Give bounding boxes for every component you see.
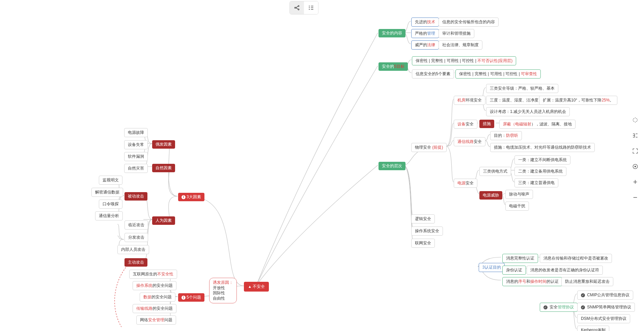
leaf-insider-attack[interactable]: 内部人员攻击 — [117, 245, 149, 254]
node-machine-room[interactable]: 机房环境安全 — [454, 96, 485, 105]
node-five-problems[interactable]: i5个问题 — [178, 293, 204, 302]
node-auth-goals[interactable]: 3认证目的 — [479, 263, 505, 272]
leaf-auth-identity-r[interactable]: 消息的收发者是否有正确的身份认证符 — [527, 266, 603, 275]
zoom-out-button[interactable]: − — [630, 192, 641, 203]
leaf-device-measures[interactable]: 措施 — [479, 120, 494, 128]
node-power-security[interactable]: 电源安全 — [454, 179, 477, 188]
leaf-auth-seq-r[interactable]: 防止消息重放和延迟攻击 — [561, 277, 613, 286]
leaf-strict-law[interactable]: 威严的法律 — [411, 40, 439, 50]
leaf-natural-disaster[interactable]: 自然灾害 — [124, 164, 148, 173]
leaf-law-detail[interactable]: 社会法律、规章制度 — [439, 40, 482, 50]
center-view-icon[interactable] — [630, 161, 641, 172]
leaf-room-level[interactable]: 三类安全等级：严格、较严格、基本 — [486, 84, 558, 93]
leaf-protocol-kerberos[interactable]: Kerberos体制 — [577, 326, 609, 331]
fit-screen-icon[interactable] — [630, 146, 641, 156]
leaf-threat-1[interactable]: 脉动与噪声 — [505, 190, 533, 199]
center-node-insecure[interactable]: ▲不安全 — [244, 282, 269, 292]
leaf-os-security[interactable]: 操作系统安全 — [411, 227, 443, 236]
check-icon: ✓ — [543, 305, 548, 309]
node-three-factors[interactable]: i3大因素 — [178, 193, 204, 201]
leaf-power-failure[interactable]: 电源故障 — [124, 128, 148, 137]
leaf-tech-detail[interactable]: 信息的安全传输所包含的内容 — [439, 18, 499, 27]
leaf-goals-line1[interactable]: 保密性 | 完整性 | 可用性 | 可控性 | 不可否认性(应用层) — [412, 56, 516, 65]
leaf-power-w1[interactable]: 一类：建立不间断供电系统 — [514, 155, 570, 164]
svg-point-0 — [295, 7, 296, 8]
leaf-strict-mgmt[interactable]: 严格的管理 — [411, 29, 439, 38]
leaf-three-power-ways[interactable]: 三类供电方式 — [479, 167, 511, 176]
leaf-advanced-tech[interactable]: 先进的技术 — [411, 18, 439, 27]
leaf-distribution-attack[interactable]: 分发攻击 — [124, 233, 148, 242]
zoom-in-button[interactable]: + — [630, 177, 641, 187]
leaf-decrypt-comm[interactable]: 解密通信数据 — [91, 188, 123, 197]
leaf-problem-line[interactable]: 传输线路的安全问题 — [133, 304, 176, 313]
leaf-problem-internet[interactable]: 互联网原生的不安全性 — [129, 270, 177, 279]
view-mindmap-button[interactable] — [290, 1, 304, 14]
node-accidental[interactable]: 偶发因素 — [152, 140, 175, 149]
leaf-problem-data[interactable]: 数据的安全问题 — [140, 293, 175, 302]
leaf-proximity-attack[interactable]: 临近攻击 — [124, 220, 148, 230]
node-five-goals[interactable]: 安全的5目标 — [379, 62, 408, 71]
leaf-comm-goal[interactable]: 目的：防窃听 — [490, 131, 522, 140]
leaf-device-abnormal[interactable]: 设备失常 — [124, 140, 148, 149]
view-outline-button[interactable] — [304, 1, 318, 14]
node-power-threat[interactable]: 电源威胁 — [479, 191, 502, 200]
leaf-net-security[interactable]: 联网安全 — [411, 239, 435, 248]
node-content-security[interactable]: 安全的内容 — [379, 29, 405, 37]
leaf-software-vuln[interactable]: 软件漏洞 — [124, 152, 148, 161]
leaf-power-w3[interactable]: 三类：建立普通供电 — [514, 178, 558, 187]
tree-toggle-icon[interactable] — [630, 130, 641, 141]
node-security-layers[interactable]: 安全的层次 — [379, 162, 405, 170]
leaf-password-sniff[interactable]: 口令嗅探 — [99, 200, 122, 209]
node-active-attack[interactable]: 主动攻击 — [124, 258, 147, 267]
node-natural[interactable]: 自然因素 — [152, 164, 175, 172]
leaf-device-detail[interactable]: 屏蔽（电磁辐射），滤波、隔离、接地 — [499, 120, 576, 129]
leaf-room-design[interactable]: 设计考虑：1.减少无关人员进入机房的机会 — [486, 107, 570, 116]
leaf-traffic-analysis[interactable]: 通信量分析 — [95, 211, 123, 220]
check-icon: ✓ — [581, 293, 585, 297]
check-icon: ✓ — [581, 305, 585, 309]
svg-point-2 — [298, 9, 299, 10]
leaf-room-ext[interactable]: 扩展：温度升高10°，可靠性下降25%。 — [539, 96, 617, 105]
warning-icon: ▲ — [248, 284, 252, 289]
leaf-protocol-dsm[interactable]: DSM分布式安全管理协议 — [577, 314, 630, 323]
leaf-problem-os[interactable]: 操作系统的安全问题 — [133, 281, 176, 290]
leaf-protocol-cmip[interactable]: ✓ CMIP公共管理信息协议 — [577, 291, 633, 300]
node-device-security[interactable]: 设备安全 — [454, 120, 477, 129]
node-sec-protocols[interactable]: ✓ 安全管理协议 — [540, 303, 578, 312]
leaf-auth-integrity-r[interactable]: 消息在传输和存储过程中是否被篡改 — [540, 254, 612, 263]
leaf-five-elements[interactable]: 信息安全的5个要素 — [412, 69, 454, 79]
info-icon: i — [181, 195, 186, 199]
leaf-logic-security[interactable]: 逻辑安全 — [411, 214, 435, 223]
leaf-auth-integrity[interactable]: 消息完整性认证 — [502, 254, 538, 263]
node-physical-security[interactable]: 物理安全 (前提) — [411, 143, 447, 152]
reasons-box[interactable]: 诱发原因： 开放性 国际性 自由性 — [209, 278, 237, 303]
leaf-power-w2[interactable]: 二类：建立备用供电系统 — [514, 167, 566, 176]
node-passive-attack[interactable]: 被动攻击 — [124, 192, 147, 201]
info-icon: i — [181, 296, 186, 300]
leaf-auth-seq[interactable]: 消息的序号和操作时间的认证 — [502, 277, 562, 286]
node-human[interactable]: 人为因素 — [152, 216, 175, 225]
leaf-mgmt-detail[interactable]: 审计和管理措施 — [439, 29, 474, 38]
leaf-goals-line2[interactable]: 保密性 | 完整性 | 可用性 | 可控性 | 可审查性 — [455, 69, 541, 79]
leaf-problem-mgmt[interactable]: 网络安全管理问题 — [136, 315, 176, 325]
svg-point-4 — [635, 166, 636, 167]
leaf-room-three-d[interactable]: 三度：温度、湿度、洁净度 — [486, 96, 542, 105]
leaf-auth-identity[interactable]: 身份认证 — [502, 266, 526, 275]
svg-point-1 — [298, 5, 299, 6]
leaf-comm-measure[interactable]: 措施：电缆加压技术、对光纤等通信线路的防窃听技术 — [490, 143, 595, 152]
leaf-threat-2[interactable]: 电磁干扰 — [505, 202, 529, 211]
leaf-monitor-plaintext[interactable]: 监视明文 — [99, 176, 122, 185]
node-comm-line[interactable]: 通信线路安全 — [454, 137, 485, 146]
magic-icon[interactable] — [630, 115, 641, 125]
leaf-protocol-snmp[interactable]: ✓ SNMP简单网络管理协议 — [577, 303, 635, 312]
